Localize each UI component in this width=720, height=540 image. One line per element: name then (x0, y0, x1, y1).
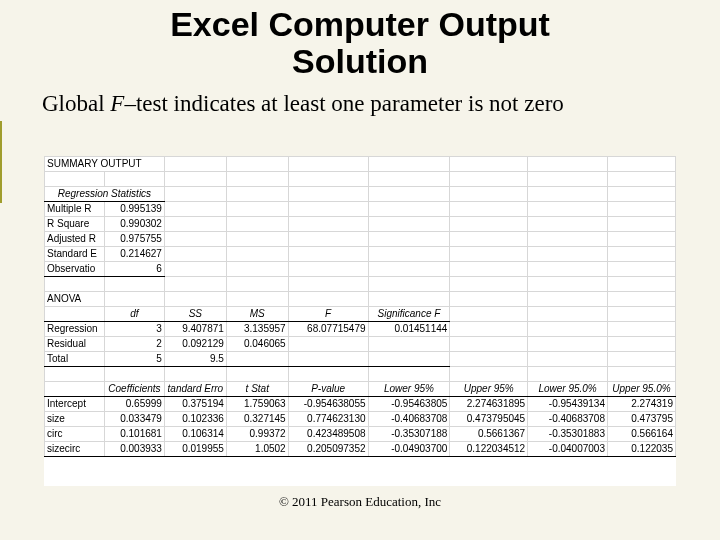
anova-col: MS (226, 307, 288, 322)
coef-cell: -0.95463805 (368, 397, 450, 412)
regstat-label: Multiple R (45, 202, 105, 217)
coef-cell: -0.40683708 (368, 412, 450, 427)
coef-cell: -0.35307188 (368, 427, 450, 442)
anova-cell (226, 352, 288, 367)
coef-row: Intercept 0.65999 0.375194 1.759063 -0.9… (45, 397, 676, 412)
coef-col: P-value (288, 382, 368, 397)
coef-col: tandard Erro (164, 382, 226, 397)
coef-row: size 0.033479 0.102336 0.327145 0.774623… (45, 412, 676, 427)
regstat-row: Adjusted R0.975755 (45, 232, 676, 247)
coef-cell: 1.0502 (226, 442, 288, 457)
regstat-value: 0.995139 (104, 202, 164, 217)
anova-cell (288, 337, 368, 352)
anova-row: Regression 3 9.407871 3.135957 68.077154… (45, 322, 676, 337)
coef-row-label: sizecirc (45, 442, 105, 457)
anova-cell: 9.407871 (164, 322, 226, 337)
subtitle-f-variable: F (110, 91, 124, 116)
anova-cell: 3 (104, 322, 164, 337)
coef-cell: 0.566164 (607, 427, 675, 442)
coef-cell: 0.122035 (607, 442, 675, 457)
anova-row: Total 5 9.5 (45, 352, 676, 367)
coef-cell: 2.274319 (607, 397, 675, 412)
excel-output-panel: SUMMARY OUTPUT Regression Statistics Mul… (44, 156, 676, 486)
regstats-header: Regression Statistics (45, 187, 165, 202)
coef-cell: 0.327145 (226, 412, 288, 427)
regstat-value: 0.975755 (104, 232, 164, 247)
anova-cell: 0.046065 (226, 337, 288, 352)
anova-col-header-row: df SS MS F Significance F (45, 307, 676, 322)
coef-cell: 0.205097352 (288, 442, 368, 457)
anova-cell: 68.07715479 (288, 322, 368, 337)
anova-cell: 2 (104, 337, 164, 352)
coef-cell: 2.274631895 (450, 397, 528, 412)
coef-cell: -0.40683708 (528, 412, 608, 427)
regstat-value: 6 (104, 262, 164, 277)
coef-col: t Stat (226, 382, 288, 397)
subtitle-post: –test indicates at least one parameter i… (124, 91, 563, 116)
coef-row-label: circ (45, 427, 105, 442)
coef-cell: 1.759063 (226, 397, 288, 412)
anova-row-label: Regression (45, 322, 105, 337)
subtitle: Global F–test indicates at least one par… (0, 81, 720, 121)
coef-header-row: Coefficients tandard Erro t Stat P-value… (45, 382, 676, 397)
coef-col: Lower 95.0% (528, 382, 608, 397)
anova-title-row: ANOVA (45, 292, 676, 307)
coef-cell: 0.473795045 (450, 412, 528, 427)
coef-cell: -0.95439134 (528, 397, 608, 412)
regstat-label: Adjusted R (45, 232, 105, 247)
coef-col: Lower 95% (368, 382, 450, 397)
coef-cell: 0.033479 (104, 412, 164, 427)
coef-cell: 0.423489508 (288, 427, 368, 442)
anova-cell (368, 352, 450, 367)
anova-cell: 0.092129 (164, 337, 226, 352)
coef-cell: -0.35301883 (528, 427, 608, 442)
anova-cell: 0.01451144 (368, 322, 450, 337)
coef-cell: 0.375194 (164, 397, 226, 412)
coef-cell: -0.954638055 (288, 397, 368, 412)
slide-title: Excel Computer Output Solution (0, 0, 720, 81)
anova-title: ANOVA (45, 292, 105, 307)
anova-row-label: Residual (45, 337, 105, 352)
anova-col: Significance F (368, 307, 450, 322)
summary-header-row: SUMMARY OUTPUT (45, 157, 676, 172)
coef-cell: 0.122034512 (450, 442, 528, 457)
footer-copyright: © 2011 Pearson Education, Inc (0, 494, 720, 510)
anova-cell: 5 (104, 352, 164, 367)
coef-cell: 0.003933 (104, 442, 164, 457)
coef-cell: 0.5661367 (450, 427, 528, 442)
coef-col: Upper 95.0% (607, 382, 675, 397)
coef-cell: 0.019955 (164, 442, 226, 457)
arrow-f (0, 121, 2, 203)
coef-cell: 0.102336 (164, 412, 226, 427)
anova-cell: 3.135957 (226, 322, 288, 337)
coef-cell: 0.106314 (164, 427, 226, 442)
regstat-row: Standard E0.214627 (45, 247, 676, 262)
coef-row: sizecirc 0.003933 0.019955 1.0502 0.2050… (45, 442, 676, 457)
regstat-row: Multiple R0.995139 (45, 202, 676, 217)
coef-col: Coefficients (104, 382, 164, 397)
title-line-2: Solution (292, 42, 428, 80)
regstat-label: Standard E (45, 247, 105, 262)
coef-cell: -0.04007003 (528, 442, 608, 457)
regstat-value: 0.214627 (104, 247, 164, 262)
regstat-label: R Square (45, 217, 105, 232)
regstat-row: Observatio6 (45, 262, 676, 277)
anova-cell: 9.5 (164, 352, 226, 367)
anova-col: df (104, 307, 164, 322)
coef-cell: 0.101681 (104, 427, 164, 442)
regstats-header-row: Regression Statistics (45, 187, 676, 202)
anova-cell (288, 352, 368, 367)
coef-col: Upper 95% (450, 382, 528, 397)
coef-row: circ 0.101681 0.106314 0.99372 0.4234895… (45, 427, 676, 442)
anova-row-label: Total (45, 352, 105, 367)
excel-grid: SUMMARY OUTPUT Regression Statistics Mul… (44, 156, 676, 457)
coef-cell: 0.99372 (226, 427, 288, 442)
coef-cell: -0.04903700 (368, 442, 450, 457)
coef-cell: 0.473795 (607, 412, 675, 427)
title-line-1: Excel Computer Output (170, 5, 550, 43)
anova-col: SS (164, 307, 226, 322)
anova-col: F (288, 307, 368, 322)
coef-cell: 0.774623130 (288, 412, 368, 427)
coef-row-label: Intercept (45, 397, 105, 412)
coef-row-label: size (45, 412, 105, 427)
